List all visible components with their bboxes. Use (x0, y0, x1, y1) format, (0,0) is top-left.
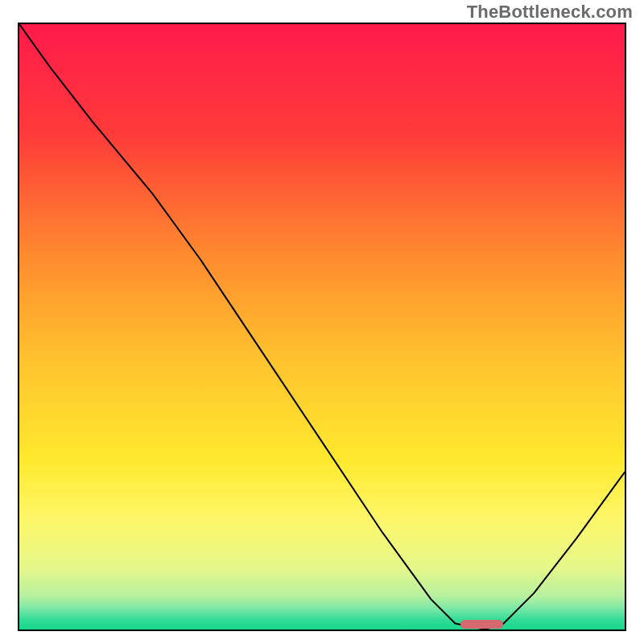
optimal-range-marker (460, 620, 503, 629)
watermark-text: TheBottleneck.com (467, 2, 633, 23)
bottleneck-curve (19, 24, 625, 630)
chart-container: TheBottleneck.com (0, 0, 644, 644)
plot-area (18, 23, 626, 631)
